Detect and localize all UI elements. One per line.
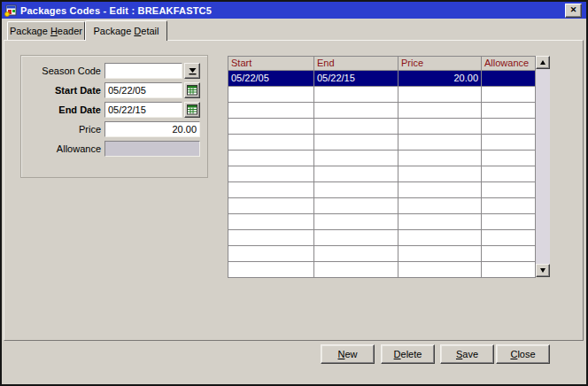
scroll-up-button[interactable] — [536, 56, 550, 69]
grid-row[interactable] — [228, 151, 536, 166]
grid-row[interactable] — [228, 166, 536, 182]
grid-cell[interactable] — [228, 198, 314, 214]
new-button[interactable]: New — [321, 344, 375, 364]
app-icon — [4, 4, 17, 17]
grid-cell[interactable] — [398, 119, 482, 135]
grid-cell[interactable] — [314, 103, 398, 119]
grid-header-row: StartEndPriceAllowance — [228, 57, 536, 71]
tab-package-detail-label: Package Detail — [93, 26, 159, 36]
grid-row[interactable] — [228, 262, 536, 278]
close-button-label: Close — [510, 349, 535, 359]
grid-cell[interactable] — [228, 103, 314, 119]
grid-cell[interactable] — [398, 151, 482, 166]
grid-cell[interactable] — [398, 166, 482, 182]
grid-cell[interactable]: 20.00 — [398, 71, 482, 87]
grid-cell[interactable] — [314, 214, 398, 230]
titlebar: Packages Codes - Edit : BREAKFASTC5 ✕ — [2, 2, 586, 19]
grid-header-cell: Price — [398, 57, 482, 71]
grid-cell[interactable] — [228, 230, 314, 246]
grid-cell[interactable] — [228, 135, 314, 151]
grid-cell[interactable] — [398, 182, 482, 198]
grid-cell[interactable] — [482, 182, 536, 198]
grid-cell[interactable] — [482, 214, 536, 230]
grid-row[interactable] — [228, 198, 536, 214]
tab-package-header[interactable]: Package Header — [7, 21, 85, 40]
grid-cell[interactable] — [482, 135, 536, 151]
grid-cell[interactable] — [228, 182, 314, 198]
grid-header-cell: Start — [228, 57, 314, 71]
end-date-calendar-button[interactable] — [184, 102, 200, 118]
grid-cell[interactable] — [398, 135, 482, 151]
grid-row[interactable] — [228, 103, 536, 119]
grid-row[interactable] — [228, 87, 536, 103]
grid-cell[interactable]: 05/22/05 — [228, 71, 314, 87]
scroll-down-button[interactable] — [536, 264, 550, 277]
grid-cell[interactable] — [228, 119, 314, 135]
grid-cell[interactable] — [398, 87, 482, 103]
grid-cell[interactable] — [398, 230, 482, 246]
close-button[interactable]: ✕ — [565, 4, 582, 18]
grid-row[interactable] — [228, 214, 536, 230]
save-button[interactable]: Save — [440, 344, 494, 364]
grid-cell[interactable] — [398, 246, 482, 262]
allowance-label: Allowance — [26, 141, 101, 157]
price-input[interactable] — [104, 121, 200, 137]
grid-cell[interactable] — [482, 151, 536, 166]
grid-cell[interactable] — [482, 103, 536, 119]
scrollbar-track[interactable] — [536, 56, 550, 277]
packages-codes-window: Packages Codes - Edit : BREAKFASTC5 ✕ Pa… — [0, 0, 588, 386]
grid-cell[interactable] — [314, 198, 398, 214]
grid-cell[interactable] — [314, 182, 398, 198]
grid-cell[interactable] — [482, 166, 536, 182]
end-date-input[interactable] — [104, 102, 182, 118]
grid-cell[interactable] — [228, 166, 314, 182]
grid-cell[interactable] — [314, 151, 398, 166]
tab-package-detail[interactable]: Package Detail — [85, 20, 167, 41]
grid-row[interactable] — [228, 182, 536, 198]
delete-button-label: Delete — [394, 349, 422, 359]
grid-row[interactable]: 05/22/0505/22/1520.00 — [228, 71, 536, 87]
grid-cell[interactable] — [228, 262, 314, 278]
grid-cell[interactable] — [398, 262, 482, 278]
save-button-label: Save — [456, 349, 478, 359]
season-code-label: Season Code — [26, 63, 101, 79]
grid-row[interactable] — [228, 230, 536, 246]
season-code-lov-button[interactable] — [184, 63, 200, 79]
grid-cell[interactable] — [482, 119, 536, 135]
allowance-input — [104, 141, 200, 157]
grid-cell[interactable] — [228, 246, 314, 262]
start-date-label: Start Date — [26, 82, 101, 98]
grid-cell[interactable] — [482, 198, 536, 214]
grid-cell[interactable] — [228, 87, 314, 103]
grid-row[interactable] — [228, 246, 536, 262]
delete-button[interactable]: Delete — [381, 344, 435, 364]
end-date-label: End Date — [26, 102, 101, 118]
grid-cell[interactable] — [398, 103, 482, 119]
grid-cell[interactable] — [228, 214, 314, 230]
close-window-button[interactable]: Close — [496, 344, 550, 364]
grid-cell[interactable] — [482, 246, 536, 262]
grid-cell[interactable] — [482, 71, 536, 87]
start-date-calendar-button[interactable] — [184, 82, 200, 98]
grid-cell[interactable] — [482, 230, 536, 246]
grid-cell[interactable] — [314, 246, 398, 262]
arrow-up-icon — [540, 60, 545, 65]
grid-cell[interactable] — [314, 119, 398, 135]
grid-cell[interactable] — [482, 87, 536, 103]
close-icon: ✕ — [570, 6, 577, 14]
grid-cell[interactable] — [398, 214, 482, 230]
grid-cell[interactable] — [314, 166, 398, 182]
season-code-input[interactable] — [104, 63, 182, 79]
grid-cell[interactable] — [314, 230, 398, 246]
grid-cell[interactable]: 05/22/15 — [314, 71, 398, 87]
grid-row[interactable] — [228, 135, 536, 151]
start-date-input[interactable] — [104, 82, 182, 98]
grid-cell[interactable] — [482, 262, 536, 278]
grid-cell[interactable] — [398, 198, 482, 214]
grid-cell[interactable] — [228, 151, 314, 166]
grid-header-cell: Allowance — [482, 57, 536, 71]
grid-cell[interactable] — [314, 262, 398, 278]
grid-cell[interactable] — [314, 87, 398, 103]
grid-row[interactable] — [228, 119, 536, 135]
grid-cell[interactable] — [314, 135, 398, 151]
